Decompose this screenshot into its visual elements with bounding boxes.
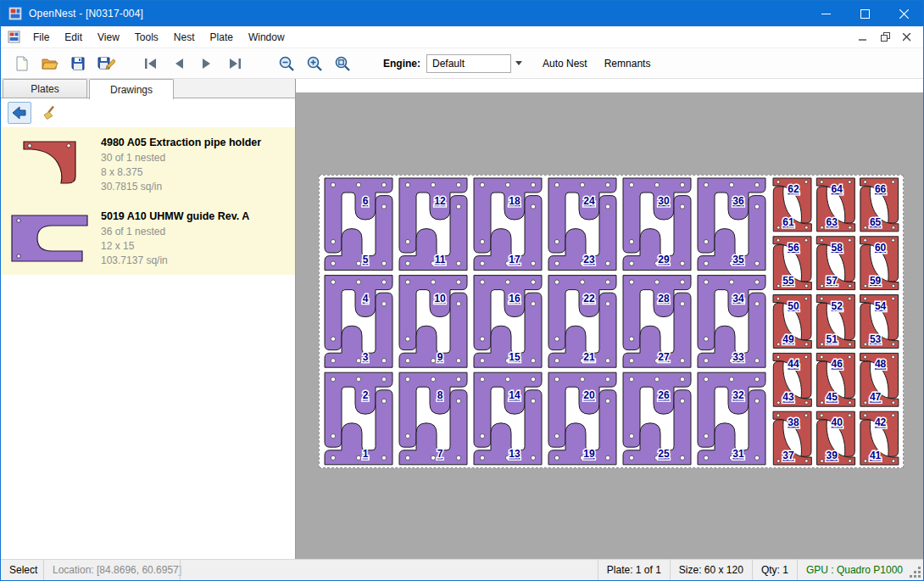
nav-prev-button[interactable] [164, 51, 192, 76]
nav-next-button[interactable] [192, 51, 220, 76]
menu-tools[interactable]: Tools [127, 26, 166, 47]
open-file-button[interactable] [36, 51, 64, 76]
menu-nest[interactable]: Nest [166, 26, 203, 47]
part-number[interactable]: 56 [788, 242, 799, 254]
part-number[interactable]: 38 [788, 416, 799, 428]
part-number[interactable]: 44 [788, 358, 799, 370]
part-number[interactable]: 4 [363, 293, 369, 304]
part-number[interactable]: 45 [827, 391, 838, 403]
part-number[interactable]: 41 [870, 450, 882, 461]
send-back-button[interactable] [8, 102, 31, 124]
list-item[interactable]: 5019 A10 UHMW guide Rev. A 36 of 1 neste… [1, 201, 295, 275]
part-number[interactable]: 61 [782, 216, 794, 228]
engine-combo[interactable]: Default [426, 54, 511, 73]
part-number[interactable]: 32 [732, 389, 744, 401]
part-number[interactable]: 16 [509, 293, 520, 304]
part-number[interactable]: 18 [509, 195, 520, 207]
part-number[interactable]: 52 [832, 300, 843, 312]
part-number[interactable]: 14 [509, 389, 520, 401]
part-number[interactable]: 22 [583, 293, 595, 304]
part-number[interactable]: 54 [875, 300, 887, 312]
part-number[interactable]: 63 [827, 216, 838, 228]
save-as-button[interactable] [92, 51, 120, 76]
new-file-button[interactable] [8, 51, 36, 76]
part-number[interactable]: 48 [875, 358, 887, 370]
remnants-button[interactable]: Remnants [596, 52, 660, 75]
clear-button[interactable] [38, 102, 62, 124]
part-number[interactable]: 33 [732, 351, 744, 363]
part-number[interactable]: 1 [363, 448, 369, 460]
part-number[interactable]: 40 [832, 416, 843, 428]
part-number[interactable]: 3 [363, 351, 369, 363]
zoom-in-button[interactable] [300, 51, 328, 76]
zoom-fit-button[interactable] [328, 51, 356, 76]
maximize-button[interactable] [845, 1, 884, 26]
part-number[interactable]: 23 [583, 254, 595, 265]
part-number[interactable]: 62 [788, 183, 799, 195]
menu-view[interactable]: View [90, 26, 127, 47]
part-number[interactable]: 24 [583, 195, 595, 207]
part-number[interactable]: 51 [827, 333, 838, 345]
engine-combo-arrow[interactable] [511, 48, 526, 78]
part-number[interactable]: 47 [870, 391, 882, 403]
part-number[interactable]: 43 [782, 391, 794, 403]
part-number[interactable]: 7 [437, 448, 443, 460]
tab-drawings[interactable]: Drawings [89, 79, 174, 99]
mdi-minimize-button[interactable] [854, 30, 872, 45]
menu-window[interactable]: Window [241, 26, 292, 47]
part-number[interactable]: 53 [870, 333, 882, 345]
nav-first-button[interactable] [136, 51, 164, 76]
part-number[interactable]: 35 [732, 254, 744, 265]
part-number[interactable]: 58 [832, 242, 843, 254]
part-number[interactable]: 13 [509, 448, 520, 460]
part-number[interactable]: 50 [788, 300, 799, 312]
part-number[interactable]: 49 [782, 333, 794, 345]
mdi-restore-button[interactable] [876, 30, 894, 45]
mdi-close-button[interactable] [898, 30, 916, 45]
part-number[interactable]: 39 [827, 450, 838, 461]
save-button[interactable] [64, 51, 92, 76]
part-number[interactable]: 28 [658, 293, 670, 304]
part-number[interactable]: 59 [870, 275, 882, 287]
part-number[interactable]: 65 [870, 216, 882, 228]
part-number[interactable]: 2 [363, 389, 369, 401]
resize-grip[interactable] [918, 575, 921, 578]
part-number[interactable]: 21 [583, 351, 595, 363]
part-number[interactable]: 30 [658, 195, 670, 207]
part-number[interactable]: 19 [583, 448, 595, 460]
part-number[interactable]: 9 [437, 351, 443, 363]
part-number[interactable]: 10 [434, 293, 446, 304]
part-number[interactable]: 29 [658, 254, 670, 265]
plate-svg[interactable]: 6512111817242330293635431091615222128273… [320, 176, 903, 467]
part-number[interactable]: 25 [658, 448, 670, 460]
part-number[interactable]: 42 [875, 416, 887, 428]
close-button[interactable] [884, 1, 923, 26]
part-number[interactable]: 37 [782, 450, 794, 461]
part-number[interactable]: 31 [732, 448, 744, 460]
menu-file[interactable]: File [25, 26, 57, 47]
zoom-out-button[interactable] [272, 51, 300, 76]
tab-plates[interactable]: Plates [3, 79, 87, 98]
part-number[interactable]: 34 [732, 293, 744, 304]
part-number[interactable]: 27 [658, 351, 670, 363]
part-number[interactable]: 12 [434, 195, 446, 207]
nav-last-button[interactable] [220, 51, 248, 76]
part-number[interactable]: 55 [782, 275, 794, 287]
part-number[interactable]: 17 [509, 254, 520, 265]
auto-nest-button[interactable]: Auto Nest [534, 52, 596, 75]
menu-plate[interactable]: Plate [203, 26, 241, 47]
menu-edit[interactable]: Edit [57, 26, 90, 47]
part-number[interactable]: 64 [832, 183, 843, 195]
part-number[interactable]: 36 [732, 195, 744, 207]
part-number[interactable]: 15 [509, 351, 520, 363]
minimize-button[interactable] [806, 1, 845, 26]
plate[interactable]: 6512111817242330293635431091615222128273… [319, 175, 904, 468]
part-number[interactable]: 20 [583, 389, 595, 401]
part-number[interactable]: 46 [832, 358, 843, 370]
part-number[interactable]: 66 [875, 183, 887, 195]
nest-canvas[interactable]: 6512111817242330293635431091615222128273… [296, 79, 923, 559]
part-number[interactable]: 8 [437, 389, 443, 401]
part-number[interactable]: 6 [363, 195, 369, 207]
part-number[interactable]: 11 [435, 254, 446, 265]
part-number[interactable]: 60 [875, 242, 887, 254]
